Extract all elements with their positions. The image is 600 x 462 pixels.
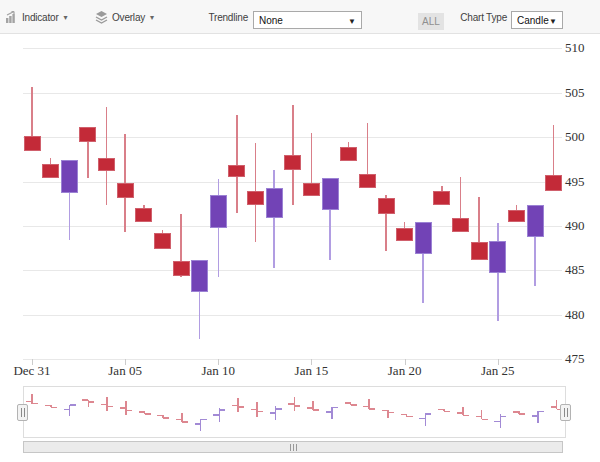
navigator-bar-close-tick (107, 406, 113, 408)
navigator-right-handle[interactable] (560, 404, 571, 421)
candle-body[interactable] (79, 127, 96, 142)
navigator-bar-close-tick (313, 409, 319, 411)
candle-body[interactable] (359, 174, 376, 188)
navigator-bar-close-tick (32, 403, 38, 405)
navigator-bar-close-tick (88, 401, 94, 403)
navigator-bar-open-tick (326, 411, 332, 413)
navigator-bar-close-tick (388, 412, 394, 414)
navigator-bar (200, 419, 202, 431)
y-axis-label: 505 (565, 85, 599, 101)
select-arrow-icon: ▼ (549, 17, 557, 26)
gridline (23, 48, 562, 49)
candle-body[interactable] (173, 261, 190, 276)
candle-body[interactable] (471, 242, 488, 260)
navigator-bar-close-tick (257, 411, 263, 413)
candle-body[interactable] (210, 195, 227, 229)
candle-body[interactable] (266, 188, 283, 218)
navigator-bar-open-tick (64, 409, 70, 411)
candle-body[interactable] (527, 205, 544, 237)
candle-body[interactable] (433, 191, 450, 204)
stock-chart-widget: Indicator ▾ Overlay ▾ Trendline None ▼ A… (0, 0, 600, 462)
chart-type-select[interactable]: Candle ▼ (511, 11, 563, 29)
scrollbar-thumb[interactable] (24, 442, 562, 452)
all-range-button[interactable]: ALL (418, 13, 444, 30)
navigator-bar-open-tick (419, 418, 425, 420)
navigator-bar-open-tick (270, 412, 276, 414)
y-axis-label: 475 (565, 351, 599, 367)
candle-body[interactable] (135, 208, 152, 222)
navigator-bar-close-tick (219, 409, 225, 411)
candle-body[interactable] (61, 160, 78, 193)
navigator-bar-close-tick (538, 411, 544, 413)
navigator-bar-close-tick (238, 406, 244, 408)
navigator-bar (331, 407, 333, 419)
navigator-bar-close-tick (369, 408, 375, 410)
y-axis-label: 510 (565, 40, 599, 56)
candle-body[interactable] (42, 164, 59, 178)
candle-body[interactable] (303, 183, 320, 195)
y-axis-label: 500 (565, 129, 599, 145)
x-axis-label: Jan 15 (281, 363, 341, 379)
chart-type-selected-value: Candle (517, 15, 549, 26)
navigator-bar-open-tick (157, 415, 163, 417)
navigator-bar-close-tick (163, 417, 169, 419)
navigator-bar-open-tick (213, 414, 219, 416)
navigator-left-handle[interactable] (17, 404, 28, 421)
navigator-bar-open-tick (494, 421, 500, 423)
candle-body[interactable] (322, 178, 339, 210)
candle-body[interactable] (396, 228, 413, 241)
navigator-bar-open-tick (476, 416, 482, 418)
navigator-bar-close-tick (126, 410, 132, 412)
gridline (23, 270, 562, 271)
layers-icon (95, 11, 108, 24)
candle-body[interactable] (117, 183, 134, 198)
navigator-bar-close-tick (482, 419, 488, 421)
range-navigator (23, 386, 566, 438)
navigator-bar-close-tick (444, 411, 450, 413)
candle-body[interactable] (98, 158, 115, 171)
y-axis-label: 495 (565, 174, 599, 190)
candle-body[interactable] (489, 241, 506, 273)
trendline-label: Trendline (208, 0, 248, 34)
indicator-menu[interactable]: Indicator ▾ (6, 0, 67, 34)
candle-body[interactable] (378, 198, 395, 214)
candle-body[interactable] (452, 218, 469, 232)
y-axis-label: 480 (565, 307, 599, 323)
candle-body[interactable] (154, 233, 171, 249)
navigator-bar-close-tick (351, 404, 357, 406)
navigator-bar-close-tick (182, 421, 188, 423)
gridline (23, 359, 562, 360)
navigator-bar-close-tick (425, 413, 431, 415)
candle-body[interactable] (24, 136, 41, 151)
candle-body[interactable] (228, 165, 245, 177)
x-axis-label: Jan 10 (188, 363, 248, 379)
chart-scrollbar[interactable] (23, 441, 563, 453)
navigator-bar (537, 411, 539, 423)
candle-body[interactable] (247, 191, 264, 204)
navigator-bar-close-tick (70, 404, 76, 406)
candle-body[interactable] (545, 175, 562, 191)
navigator-bar-close-tick (519, 413, 525, 415)
navigator-bar-close-tick (407, 416, 413, 418)
candle-wick (273, 170, 275, 268)
candle-body[interactable] (415, 222, 432, 254)
x-axis-label: Jan 25 (468, 363, 528, 379)
navigator-bar-close-tick (276, 408, 282, 410)
gridline (23, 226, 562, 227)
overlay-menu-label: Overlay (112, 12, 145, 23)
navigator-bar-open-tick (551, 406, 557, 408)
chevron-down-icon: ▾ (150, 13, 154, 22)
navigator-bar-close-tick (294, 405, 300, 407)
navigator-bar-open-tick (195, 423, 201, 425)
candle-body[interactable] (284, 155, 301, 170)
overlay-menu[interactable]: Overlay ▾ (95, 0, 154, 34)
candle-body[interactable] (191, 260, 208, 292)
trendline-select[interactable]: None ▼ (253, 11, 362, 29)
navigator-bar-close-tick (463, 415, 469, 417)
candle-wick (106, 107, 108, 205)
navigator-bar-open-tick (532, 415, 538, 417)
candle-body[interactable] (508, 210, 525, 222)
navigator-bar (69, 405, 71, 417)
select-arrow-icon: ▼ (348, 17, 356, 26)
candle-body[interactable] (340, 147, 357, 161)
